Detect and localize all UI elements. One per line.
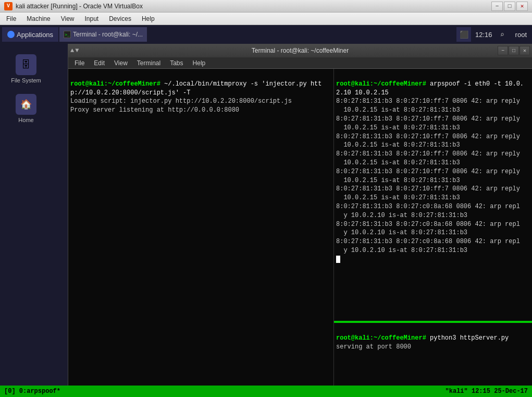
- terminal-maximize-button[interactable]: □: [509, 46, 519, 55]
- vbox-menu-file[interactable]: File: [2, 14, 20, 23]
- vbox-icon: V: [4, 2, 13, 10]
- terminal-left-pane: root@kali:~/coffeeMiner# ~/.local/bin/mi…: [68, 69, 334, 386]
- vbox-menu-help[interactable]: Help: [138, 14, 159, 23]
- search-icon: ⌕: [500, 30, 504, 39]
- term-menu-edit[interactable]: Edit: [90, 59, 109, 67]
- terminal-close-button[interactable]: ✕: [519, 46, 530, 55]
- taskbar-network-button[interactable]: ⬛: [456, 27, 471, 42]
- term-menu-file[interactable]: File: [70, 59, 89, 67]
- vbox-menubar: File Machine View Input Devices Help: [0, 13, 532, 25]
- terminal-minimize-button[interactable]: −: [498, 46, 508, 55]
- vbox-close-button[interactable]: ✕: [516, 2, 528, 11]
- taskbar-time: 12:16: [475, 31, 492, 39]
- filesystem-label: File System: [11, 77, 41, 83]
- taskbar-apps-label: Applications: [17, 31, 53, 39]
- terminal-titlebar: ▲ ▼ Terminal - root@kali: ~/coffeeMiner …: [68, 44, 532, 57]
- terminal-right-bottom-pane: root@kali:~/coffeeMiner# python3 httpSer…: [334, 323, 532, 386]
- taskbar-apps-button[interactable]: Applications: [2, 27, 58, 42]
- taskbar-search-button[interactable]: ⌕: [497, 29, 508, 40]
- term-menu-help[interactable]: Help: [189, 59, 210, 67]
- term-menu-tabs[interactable]: Tabs: [166, 59, 187, 67]
- vbox-title-text: kali attacker [Running] - Oracle VM Virt…: [16, 3, 143, 10]
- vbox-titlebar: V kali attacker [Running] - Oracle VM Vi…: [0, 0, 532, 13]
- terminal-title: Terminal - root@kali: ~/coffeeMiner: [252, 47, 349, 54]
- terminal-content: root@kali:~/coffeeMiner# ~/.local/bin/mi…: [68, 69, 532, 386]
- vbox-menu-devices[interactable]: Devices: [105, 14, 135, 23]
- vbox-controls: − □ ✕: [491, 2, 528, 11]
- terminal-up-arrow[interactable]: ▲: [70, 47, 74, 54]
- tmux-status-right: "kali" 12:15 25-Dec-17: [446, 388, 528, 395]
- apps-icon: [7, 31, 15, 38]
- terminal-left-content: root@kali:~/coffeeMiner# ~/.local/bin/mi…: [68, 69, 333, 126]
- tmux-status-left: [0] 0:arpspoof*: [4, 388, 60, 395]
- left-prompt: root@kali:~/coffeeMiner#: [70, 80, 160, 88]
- terminal-icon: >_: [64, 31, 71, 38]
- terminal-window-controls: − □ ✕: [498, 46, 530, 55]
- vbox-window: V kali attacker [Running] - Oracle VM Vi…: [0, 0, 532, 397]
- terminal-menubar: File Edit View Terminal Tabs Help: [68, 57, 532, 69]
- vbox-menu-input[interactable]: Input: [81, 14, 103, 23]
- right-bottom-prompt: root@kali:~/coffeeMiner#: [336, 334, 426, 342]
- terminal-right-top-content: root@kali:~/coffeeMiner# arpspoof -i eth…: [334, 69, 532, 274]
- right-top-prompt: root@kali:~/coffeeMiner#: [336, 80, 426, 88]
- terminal-window: ▲ ▼ Terminal - root@kali: ~/coffeeMiner …: [68, 44, 532, 386]
- vbox-title-left: V kali attacker [Running] - Oracle VM Vi…: [4, 2, 143, 10]
- tmux-statusbar: [0] 0:arpspoof* "kali" 12:15 25-Dec-17: [0, 386, 532, 397]
- terminal-right-pane: root@kali:~/coffeeMiner# arpspoof -i eth…: [334, 69, 532, 386]
- filesystem-icon: 🗄: [16, 54, 36, 75]
- home-label: Home: [18, 117, 33, 123]
- term-menu-terminal[interactable]: Terminal: [133, 59, 165, 67]
- term-menu-view[interactable]: View: [110, 59, 132, 67]
- taskbar-right: ⬛ 12:16 ⌕ root: [456, 27, 530, 42]
- network-icon: ⬛: [460, 30, 468, 39]
- desktop-icon-filesystem[interactable]: 🗄 File System: [10, 54, 42, 83]
- taskbar-user: root: [512, 31, 530, 39]
- vbox-menu-view[interactable]: View: [57, 14, 79, 23]
- vbox-minimize-button[interactable]: −: [491, 2, 503, 11]
- vbox-restore-button[interactable]: □: [504, 2, 515, 11]
- desktop-icons: 🗄 File System 🏠 Home: [10, 54, 42, 123]
- taskbar-terminal-label: Terminal - root@kali: ~/...: [73, 31, 143, 38]
- home-icon: 🏠: [16, 94, 36, 115]
- vbox-menu-machine[interactable]: Machine: [22, 14, 54, 23]
- desktop-icon-home[interactable]: 🏠 Home: [10, 94, 42, 123]
- taskbar-terminal-button[interactable]: >_ Terminal - root@kali: ~/...: [59, 27, 147, 42]
- terminal-down-arrow[interactable]: ▼: [75, 47, 79, 54]
- terminal-right-top-pane: root@kali:~/coffeeMiner# arpspoof -i eth…: [334, 69, 532, 322]
- terminal-right-bottom-content: root@kali:~/coffeeMiner# python3 httpSer…: [334, 323, 532, 362]
- kali-taskbar: Applications >_ Terminal - root@kali: ~/…: [0, 25, 532, 44]
